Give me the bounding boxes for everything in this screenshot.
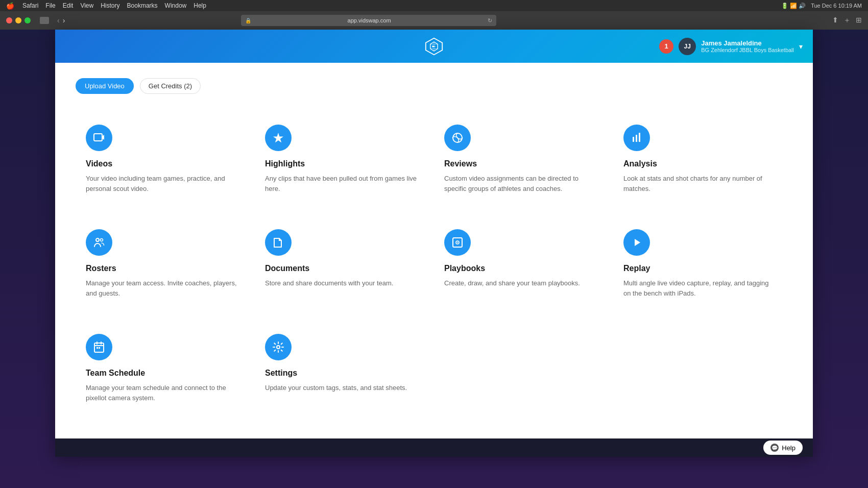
reviews-icon-circle xyxy=(444,125,471,151)
main-content: Upload Video Get Credits (2) Videos Your… xyxy=(55,63,813,438)
highlights-title: Highlights xyxy=(265,159,419,168)
svg-rect-4 xyxy=(633,137,634,142)
svg-point-16 xyxy=(277,346,280,349)
analysis-title: Analysis xyxy=(623,159,777,168)
highlights-desc: Any clips that have been pulled out from… xyxy=(265,174,419,193)
minimize-button[interactable] xyxy=(15,17,21,23)
documents-icon-circle xyxy=(265,229,292,256)
svg-rect-14 xyxy=(97,347,98,349)
settings-desc: Update your custom tags, stats, and stat… xyxy=(265,383,419,393)
feature-card-team-schedule[interactable]: Team Schedule Manage your team schedule … xyxy=(76,319,255,423)
menu-window[interactable]: Window xyxy=(165,2,187,9)
get-credits-button[interactable]: Get Credits (2) xyxy=(140,78,201,94)
help-button[interactable]: 💬 Help xyxy=(763,441,803,455)
reviews-desc: Custom video assignments can be directed… xyxy=(444,174,598,193)
rosters-icon-circle xyxy=(86,229,112,256)
menu-bookmarks[interactable]: Bookmarks xyxy=(127,2,158,9)
replay-icon-circle xyxy=(623,229,650,256)
feature-card-rosters[interactable]: Rosters Manage your team access. Invite … xyxy=(76,214,255,319)
documents-desc: Store and share documents with your team… xyxy=(265,278,419,288)
feature-card-videos[interactable]: Videos Your video including team games, … xyxy=(76,109,255,214)
feature-card-analysis[interactable]: Analysis Look at stats and shot charts f… xyxy=(613,109,792,214)
analysis-desc: Look at stats and shot charts for any nu… xyxy=(623,174,777,193)
team-schedule-icon-circle xyxy=(86,334,112,360)
menu-help[interactable]: Help xyxy=(194,2,206,9)
new-tab-icon[interactable]: ＋ xyxy=(843,16,851,25)
empty-card-2 xyxy=(613,319,792,423)
svg-point-11 xyxy=(457,242,458,243)
team-schedule-desc: Manage your team schedule and connect to… xyxy=(86,383,239,403)
close-button[interactable] xyxy=(6,17,12,23)
system-icons: 🔋 📶 🔊 xyxy=(781,3,806,9)
app-logo xyxy=(424,36,444,57)
forward-button[interactable]: › xyxy=(63,16,65,25)
help-icon: 💬 xyxy=(770,444,779,452)
feature-card-playbooks[interactable]: Playbooks Create, draw, and share your t… xyxy=(434,214,613,319)
highlights-icon-circle xyxy=(265,125,292,151)
playbooks-desc: Create, draw, and share your team playbo… xyxy=(444,278,598,288)
menu-file[interactable]: File xyxy=(45,2,55,9)
user-avatar: JJ xyxy=(679,38,696,55)
menu-edit[interactable]: Edit xyxy=(63,2,74,9)
app-footer: 💬 Help xyxy=(55,438,813,457)
replay-desc: Multi angle live video capture, replay, … xyxy=(623,278,777,298)
share-icon[interactable]: ⬆ xyxy=(832,16,838,25)
documents-title: Documents xyxy=(265,264,419,273)
sidebar-toggle-icon[interactable] xyxy=(40,17,49,24)
videos-icon-circle xyxy=(86,125,112,151)
empty-card-1 xyxy=(434,319,613,423)
maximize-button[interactable] xyxy=(25,17,31,23)
back-button[interactable]: ‹ xyxy=(57,16,60,25)
feature-grid: Videos Your video including team games, … xyxy=(76,109,792,423)
browser-toolbar: ‹ › 🔒 app.vidswap.com ↻ ⬆ ＋ ⊞ xyxy=(0,11,868,30)
rosters-desc: Manage your team access. Invite coaches,… xyxy=(86,278,239,298)
videos-title: Videos xyxy=(86,159,239,168)
svg-rect-2 xyxy=(94,134,102,141)
menu-safari[interactable]: Safari xyxy=(22,2,38,9)
videos-desc: Your video including team games, practic… xyxy=(86,174,239,193)
mac-menubar: 🍎 Safari File Edit View History Bookmark… xyxy=(0,0,868,11)
svg-point-8 xyxy=(101,239,103,241)
notification-badge[interactable]: 1 xyxy=(659,39,673,54)
traffic-lights xyxy=(6,17,31,23)
feature-card-documents[interactable]: Documents Store and share documents with… xyxy=(255,214,434,319)
svg-rect-15 xyxy=(99,347,100,349)
refresh-icon[interactable]: ↻ xyxy=(488,17,492,24)
datetime: Tue Dec 6 10:19 AM xyxy=(811,3,862,9)
apple-menu[interactable]: 🍎 xyxy=(6,2,14,10)
user-name: James Jamaleldine xyxy=(701,39,794,47)
team-schedule-title: Team Schedule xyxy=(86,369,239,378)
svg-rect-5 xyxy=(636,135,637,142)
svg-point-7 xyxy=(96,238,99,241)
user-team: BG Zehlendorf JBBL Boys Basketball xyxy=(701,47,794,53)
rosters-title: Rosters xyxy=(86,264,239,273)
header-user-section: 1 JJ James Jamaleldine BG Zehlendorf JBB… xyxy=(659,38,803,55)
settings-title: Settings xyxy=(265,369,419,378)
url-text: app.vidswap.com xyxy=(254,17,485,23)
grid-icon[interactable]: ⊞ xyxy=(856,16,862,25)
upload-video-button[interactable]: Upload Video xyxy=(76,78,134,94)
playbooks-title: Playbooks xyxy=(444,264,598,273)
help-label: Help xyxy=(782,444,795,452)
playbooks-icon-circle xyxy=(444,229,471,256)
lock-icon: 🔒 xyxy=(245,18,251,23)
app-header: 1 JJ James Jamaleldine BG Zehlendorf JBB… xyxy=(55,30,813,63)
replay-title: Replay xyxy=(623,264,777,273)
user-info: James Jamaleldine BG Zehlendorf JBBL Boy… xyxy=(701,39,794,53)
feature-card-replay[interactable]: Replay Multi angle live video capture, r… xyxy=(613,214,792,319)
feature-card-settings[interactable]: Settings Update your custom tags, stats,… xyxy=(255,319,434,423)
settings-icon-circle xyxy=(265,334,292,360)
feature-card-reviews[interactable]: Reviews Custom video assignments can be … xyxy=(434,109,613,214)
feature-card-highlights[interactable]: Highlights Any clips that have been pull… xyxy=(255,109,434,214)
analysis-icon-circle xyxy=(623,125,650,151)
menu-view[interactable]: View xyxy=(80,2,93,9)
svg-rect-6 xyxy=(639,133,640,142)
url-bar[interactable]: 🔒 app.vidswap.com ↻ xyxy=(241,15,496,26)
action-buttons: Upload Video Get Credits (2) xyxy=(76,78,792,94)
app-window: 1 JJ James Jamaleldine BG Zehlendorf JBB… xyxy=(55,30,813,457)
menu-history[interactable]: History xyxy=(101,2,119,9)
user-dropdown-icon[interactable]: ▾ xyxy=(799,42,803,51)
svg-marker-12 xyxy=(635,239,640,246)
reviews-title: Reviews xyxy=(444,159,598,168)
